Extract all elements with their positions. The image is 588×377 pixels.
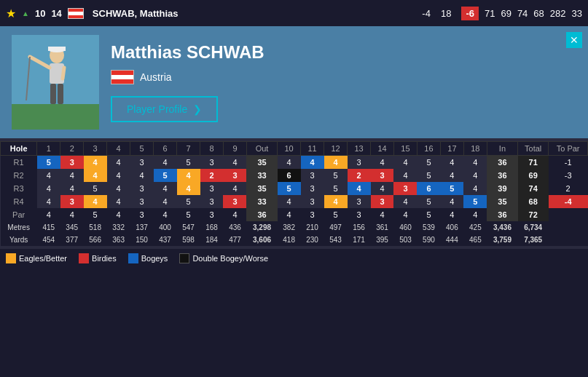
yards-h15: 503: [393, 234, 417, 246]
close-button[interactable]: ✕: [566, 32, 582, 48]
score-h7-r2: 4: [177, 169, 200, 182]
score-h13-r1: 3: [348, 156, 371, 170]
favorite-star-icon[interactable]: ★: [6, 7, 16, 20]
topar-r3: 2: [549, 182, 588, 195]
score-h11-r4: 3: [301, 195, 324, 208]
score-h5-r4: 3: [130, 195, 154, 208]
metres-h4: 332: [107, 221, 130, 234]
score-h3-r3: 5: [84, 182, 107, 195]
yards-h11: 230: [301, 234, 324, 246]
bogey-color-box: [128, 253, 138, 263]
metres-row: Metres4153455183321374005471684363,29838…: [1, 221, 588, 234]
yards-h4: 363: [107, 234, 130, 246]
score-h8-r1: 3: [200, 156, 224, 170]
r4-score: 68: [533, 8, 544, 19]
score-h17-r3: 5: [440, 182, 463, 195]
score-h12-r4: 4: [324, 195, 348, 208]
score-h8-r4: 3: [200, 195, 224, 208]
topar-par: [549, 208, 588, 221]
metres-h9: 436: [223, 221, 246, 234]
player-country: Austria: [111, 70, 576, 84]
h15-header: 15: [393, 142, 417, 156]
h7-header: 7: [177, 142, 200, 156]
score-h10-r2: 6: [278, 169, 301, 182]
score-h14-par: 4: [371, 208, 394, 221]
score-h18-r4: 5: [463, 195, 487, 208]
score-h2-par: 4: [60, 208, 84, 221]
h9-header: 9: [223, 142, 246, 156]
score-h15-r2: 4: [393, 169, 417, 182]
score-h18-r3: 4: [463, 182, 487, 195]
out-r3: 35: [246, 182, 277, 195]
r3-score: 74: [517, 8, 528, 19]
player-flag: [68, 8, 84, 19]
svg-rect-1: [12, 104, 99, 130]
score-h3-r1: 4: [84, 156, 107, 170]
thru-holes: 33: [572, 8, 582, 19]
score-h15-r4: 4: [393, 195, 417, 208]
score-h16-par: 5: [417, 208, 440, 221]
legend: Eagles/Better Birdies Bogeys Double Boge…: [0, 249, 588, 268]
score-h5-par: 3: [130, 208, 154, 221]
total-r1: 71: [518, 156, 549, 170]
score-h3-r4: 4: [84, 195, 107, 208]
yards-h8: 184: [200, 234, 224, 246]
out-header: Out: [246, 142, 277, 156]
score-h4-par: 4: [107, 208, 130, 221]
metres-h1: 415: [37, 221, 60, 234]
h13-header: 13: [348, 142, 371, 156]
score-h6-r3: 4: [154, 182, 177, 195]
metres-h3: 518: [84, 221, 107, 234]
h5-header: 5: [130, 142, 154, 156]
yards-h12: 543: [324, 234, 348, 246]
score-h7-par: 5: [177, 208, 200, 221]
score-h14-r3: 4: [371, 182, 394, 195]
score-h6-r2: 5: [154, 169, 177, 182]
topar-header: To Par: [549, 142, 588, 156]
double-label: Double Bogey/Worse: [192, 254, 268, 263]
player-profile-button[interactable]: Player Profile ❯: [111, 96, 218, 122]
yards-h10: 418: [278, 234, 301, 246]
score-h8-r2: 2: [200, 169, 224, 182]
position-change-icon: ▲: [22, 9, 29, 17]
yards-h13: 171: [348, 234, 371, 246]
round-score-badge: -6: [461, 7, 479, 20]
metres-h16: 539: [417, 221, 440, 234]
metres-h11: 210: [301, 221, 324, 234]
in-header: In: [487, 142, 517, 156]
h8-header: 8: [200, 142, 224, 156]
h6-header: 6: [154, 142, 177, 156]
total-r2: 69: [518, 169, 549, 182]
score-h8-par: 3: [200, 208, 224, 221]
yards-h14: 395: [371, 234, 394, 246]
score-h5-r3: 3: [130, 182, 154, 195]
out-par: 36: [246, 208, 277, 221]
score-h8-r3: 3: [200, 182, 224, 195]
scorecard-table: Hole 1 2 3 4 5 6 7 8 9 Out 10 11 12 13 1…: [0, 141, 588, 246]
h4-header: 4: [107, 142, 130, 156]
scorecard-section: Hole 1 2 3 4 5 6 7 8 9 Out 10 11 12 13 1…: [0, 138, 588, 249]
score-h6-par: 4: [154, 208, 177, 221]
score-h6-r4: 4: [154, 195, 177, 208]
topar-r4: -4: [549, 195, 588, 208]
out-r2: 33: [246, 169, 277, 182]
score-h2-r4: 3: [60, 195, 84, 208]
yards-h17: 444: [440, 234, 463, 246]
hole-header: Hole: [1, 142, 37, 156]
yards-h1: 454: [37, 234, 60, 246]
score-h1-r1: 5: [37, 156, 60, 170]
h3-header: 3: [84, 142, 107, 156]
yards-h9: 477: [223, 234, 246, 246]
in-r3: 39: [487, 182, 517, 195]
metres-h8: 168: [200, 221, 224, 234]
h10-header: 10: [278, 142, 301, 156]
legend-eagles: Eagles/Better: [6, 253, 67, 263]
score-h15-r1: 4: [393, 156, 417, 170]
score-h13-par: 3: [348, 208, 371, 221]
double-color-box: [179, 253, 189, 263]
score-h7-r3: 4: [177, 182, 200, 195]
out-r4: 33: [246, 195, 277, 208]
score-h14-r2: 3: [371, 169, 394, 182]
country-flag: [111, 70, 134, 84]
score-h15-r3: 3: [393, 182, 417, 195]
